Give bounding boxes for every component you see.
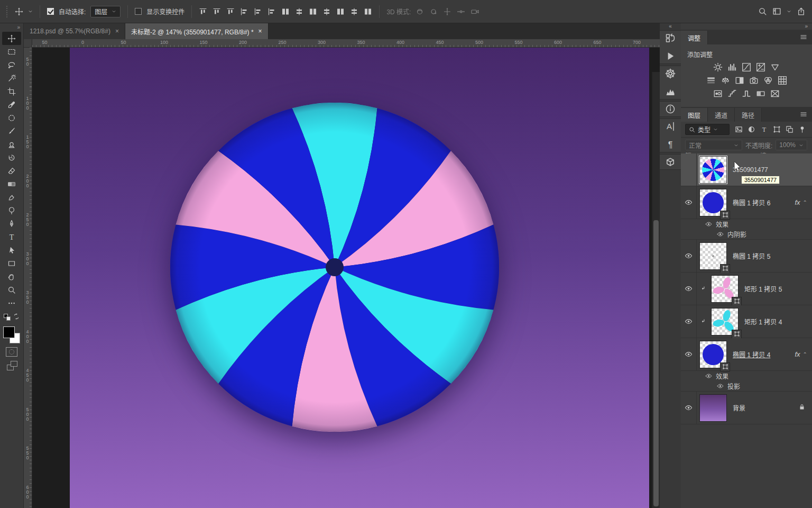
layer-name[interactable]: 椭圆 1 拷贝 5 xyxy=(733,251,812,260)
gradient-tool[interactable] xyxy=(2,177,21,190)
character-panel[interactable]: A xyxy=(665,121,676,132)
workspace-switcher-icon[interactable] xyxy=(772,7,781,16)
scrollbar-thumb[interactable] xyxy=(653,220,659,506)
adjustment-curves[interactable] xyxy=(742,62,751,72)
rectangular-marquee-tool[interactable] xyxy=(2,45,21,58)
info-panel[interactable] xyxy=(665,104,676,114)
layer-row[interactable]: 椭圆 1 拷贝 4fx⌃ xyxy=(681,338,812,371)
options-bar-grip[interactable] xyxy=(6,6,9,17)
default-colors-icon[interactable] xyxy=(4,314,11,321)
smudge-tool[interactable] xyxy=(2,190,21,204)
tab-layers[interactable]: 图层 xyxy=(681,108,708,122)
layer-visibility-toggle[interactable] xyxy=(681,153,697,186)
align-horizontal-centers-icon[interactable] xyxy=(254,7,262,16)
3d-roll-icon[interactable] xyxy=(429,7,438,16)
layer-thumbnail[interactable] xyxy=(700,243,726,269)
adjustment-layer-filter-icon[interactable] xyxy=(748,125,755,133)
adjustment-invert[interactable] xyxy=(713,89,723,98)
distribute-spacing-icon[interactable] xyxy=(364,7,372,16)
layer-row[interactable]: 35509014773550901477 xyxy=(681,153,812,186)
distribute-horizontal-centers-icon[interactable] xyxy=(336,7,345,16)
chevron-down-icon[interactable] xyxy=(787,9,791,14)
canvas[interactable] xyxy=(70,48,649,508)
layer-row[interactable]: 矩形 1 拷贝 5 xyxy=(681,273,812,305)
layer-effects-fx[interactable]: fx xyxy=(795,198,800,206)
paragraph-panel[interactable]: ¶ xyxy=(665,139,676,150)
quick-mask-icon[interactable] xyxy=(6,347,17,357)
clone-stamp-tool[interactable] xyxy=(2,138,21,151)
layer-row[interactable]: 椭圆 1 拷贝 5 xyxy=(681,240,812,273)
tab-paths[interactable]: 路径 xyxy=(735,108,762,122)
layer-row[interactable]: 背景 xyxy=(681,392,812,424)
toolbox-collapse-icon[interactable]: » xyxy=(17,24,20,32)
distribute-bottom-edges-icon[interactable] xyxy=(309,7,317,16)
adjustment-color-lookup[interactable] xyxy=(778,76,787,85)
tab-channels[interactable]: 通道 xyxy=(708,108,735,122)
type-tool[interactable]: T xyxy=(2,230,21,243)
histogram-panel[interactable] xyxy=(665,86,676,97)
panel-menu-icon[interactable] xyxy=(799,33,808,41)
distribute-left-edges-icon[interactable] xyxy=(322,7,331,16)
opacity-field[interactable]: 100% xyxy=(776,140,807,150)
distribute-top-edges-icon[interactable] xyxy=(281,7,290,16)
brush-settings-panel[interactable] xyxy=(665,68,676,79)
collapse-effects-icon[interactable]: ⌃ xyxy=(803,199,807,205)
align-left-edges-icon[interactable] xyxy=(240,7,248,16)
brush-tool[interactable] xyxy=(2,124,21,138)
layer-name[interactable]: 3550901477 xyxy=(733,166,812,174)
zoom-tool[interactable] xyxy=(2,283,21,296)
search-icon[interactable] xyxy=(758,7,767,16)
3d-zoom-icon[interactable] xyxy=(470,7,479,16)
adjustment-levels[interactable] xyxy=(727,62,737,72)
panels-collapse-icon[interactable]: » xyxy=(805,23,808,30)
align-right-edges-icon[interactable] xyxy=(267,7,276,16)
3d-orbit-icon[interactable] xyxy=(416,7,424,16)
history-panel[interactable] xyxy=(665,33,676,43)
layer-thumbnail[interactable] xyxy=(700,395,726,421)
canvas-viewport[interactable] xyxy=(32,48,660,508)
3d-slide-icon[interactable] xyxy=(457,7,465,16)
vertical-ruler[interactable]: 50100150200250300350400450500550600 xyxy=(24,48,32,508)
layer-effect-row[interactable]: 内阴影 xyxy=(681,229,812,239)
pen-tool[interactable] xyxy=(2,217,21,230)
document-tab[interactable]: 未标题-2 @ 147% (3550901477, RGB/8#) * × xyxy=(125,23,269,39)
adjustment-vibrance[interactable] xyxy=(770,62,780,72)
blend-mode-dropdown[interactable]: 正常 xyxy=(685,140,742,150)
adjustment-selective-color[interactable] xyxy=(770,89,780,98)
tab-adjustments[interactable]: 调整 xyxy=(681,31,708,44)
crop-tool[interactable] xyxy=(2,85,21,98)
layer-name[interactable]: 椭圆 1 拷贝 6 xyxy=(733,198,795,207)
type-layer-filter-icon[interactable]: T xyxy=(760,125,768,133)
layer-effect-row[interactable]: 投影 xyxy=(681,381,812,391)
path-selection-tool[interactable] xyxy=(2,243,21,257)
adjustment-black-white[interactable] xyxy=(735,76,744,85)
adjustment-exposure[interactable] xyxy=(756,62,765,72)
history-brush-tool[interactable] xyxy=(2,151,21,164)
layer-visibility-toggle[interactable] xyxy=(681,305,697,338)
adjustment-gradient-map[interactable] xyxy=(756,89,765,98)
document-tab[interactable]: 1218.psd @ 55.7%(RGB/8#) × xyxy=(24,23,125,39)
horizontal-ruler[interactable]: 5005010015020025030035040045050055060065… xyxy=(32,39,660,48)
layer-effects-fx[interactable]: fx xyxy=(795,350,800,358)
eyedropper-tool[interactable] xyxy=(2,98,21,111)
chevron-down-icon[interactable] xyxy=(28,9,33,14)
layer-filter-search[interactable]: 类型 xyxy=(685,124,730,135)
adjustment-posterize[interactable] xyxy=(727,89,737,98)
layer-visibility-toggle[interactable] xyxy=(681,186,697,219)
screen-mode-icon[interactable] xyxy=(7,361,17,370)
adjustment-hue-saturation[interactable] xyxy=(706,76,716,85)
ruler-origin-corner[interactable] xyxy=(24,39,32,48)
dodge-tool[interactable] xyxy=(2,204,21,217)
filter-pin-icon[interactable] xyxy=(798,125,806,133)
layer-visibility-toggle[interactable] xyxy=(681,240,697,272)
panel-menu-icon[interactable] xyxy=(799,110,808,119)
smart-object-filter-icon[interactable] xyxy=(786,125,793,133)
swap-colors-icon[interactable] xyxy=(13,313,20,322)
align-bottom-edges-icon[interactable] xyxy=(226,7,235,16)
tab-close-icon[interactable]: × xyxy=(115,28,119,35)
3d-pan-icon[interactable] xyxy=(443,7,451,16)
adjustment-color-balance[interactable] xyxy=(721,76,730,85)
adjustment-threshold[interactable] xyxy=(742,89,751,98)
layer-name[interactable]: 矩形 1 拷贝 5 xyxy=(744,284,812,293)
auto-select-target-dropdown[interactable]: 图层 xyxy=(90,6,121,17)
